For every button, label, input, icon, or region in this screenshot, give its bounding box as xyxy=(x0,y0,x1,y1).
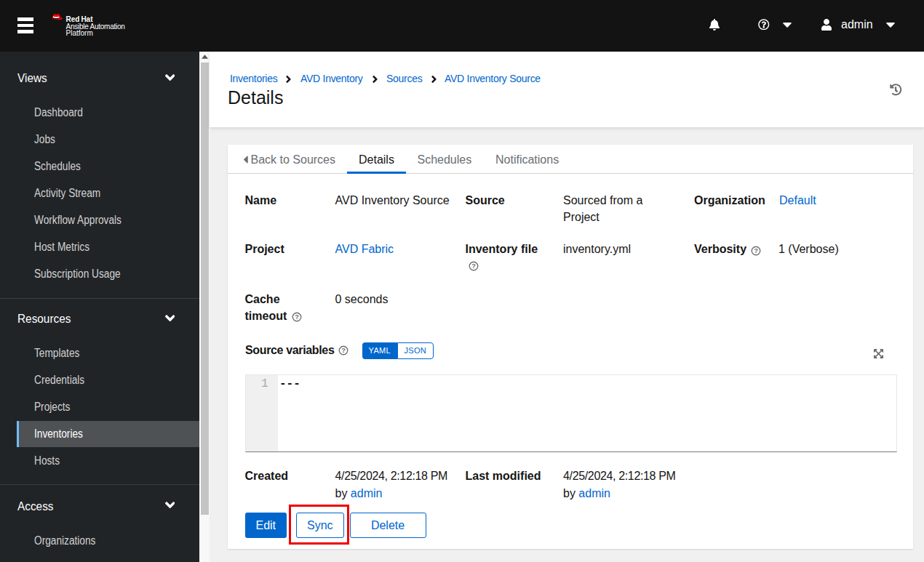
svg-text:?: ? xyxy=(341,347,346,354)
svg-text:?: ? xyxy=(754,247,758,254)
svg-text:?: ? xyxy=(295,313,299,321)
svg-text:?: ? xyxy=(471,262,476,270)
